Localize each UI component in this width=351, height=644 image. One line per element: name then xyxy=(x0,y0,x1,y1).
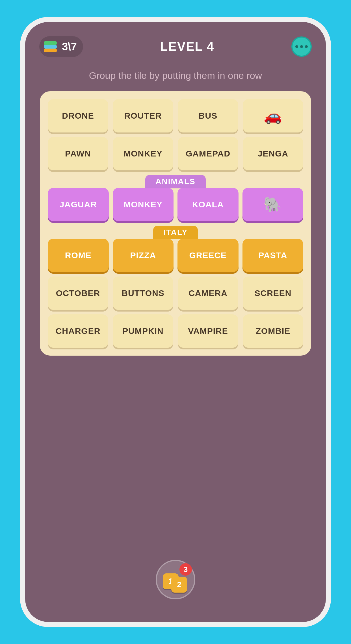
tile-camera[interactable]: CAMERA xyxy=(178,277,238,310)
tile-row-1: DRONE ROUTER BUS 🚗 xyxy=(48,99,303,132)
menu-button[interactable] xyxy=(291,36,312,57)
svg-rect-2 xyxy=(44,41,57,45)
svg-rect-0 xyxy=(44,49,57,52)
game-board: DRONE ROUTER BUS 🚗 PAWN MONKEY GAMEPAD xyxy=(40,91,311,356)
italy-row: ROME PIZZA GREECE PASTA xyxy=(48,239,303,272)
hint-button[interactable]: 1 2 3 xyxy=(156,560,195,599)
tile-greece[interactable]: GREECE xyxy=(177,239,239,272)
tile-jaguar[interactable]: JAGUAR xyxy=(48,188,109,221)
hint-badge: 3 xyxy=(179,563,192,576)
phone-frame: 3\7 LEVEL 4 Group the tile by putting th… xyxy=(20,17,331,627)
tile-monkey-normal[interactable]: MONKEY xyxy=(113,137,173,170)
tile-pasta[interactable]: PASTA xyxy=(242,239,304,272)
menu-dots xyxy=(295,45,308,48)
tile-pizza[interactable]: PIZZA xyxy=(113,239,174,272)
level-title: LEVEL 4 xyxy=(160,40,214,54)
score-badge: 3\7 xyxy=(39,36,83,57)
tile-row-2: PAWN MONKEY GAMEPAD JENGA xyxy=(48,137,303,170)
score-text: 3\7 xyxy=(62,41,77,53)
tile-buttons[interactable]: BUTTONS xyxy=(113,277,173,310)
tile-gamepad[interactable]: GAMEPAD xyxy=(178,137,238,170)
bottom-area: 1 2 3 xyxy=(25,356,326,622)
dot-2 xyxy=(300,45,303,48)
tile-router[interactable]: ROUTER xyxy=(113,99,173,132)
tile-vampire[interactable]: VAMPIRE xyxy=(178,314,238,348)
tile-rome[interactable]: ROME xyxy=(48,239,109,272)
tile-october[interactable]: OCTOBER xyxy=(48,277,108,310)
animals-row: JAGUAR MONKEY KOALA 🐘 xyxy=(48,188,303,221)
tile-monkey-purple[interactable]: MONKEY xyxy=(113,188,174,221)
tile-pawn[interactable]: PAWN xyxy=(48,137,108,170)
tile-pumpkin[interactable]: PUMPKIN xyxy=(113,314,173,348)
header: 3\7 LEVEL 4 xyxy=(25,22,326,66)
tile-zombie[interactable]: ZOMBIE xyxy=(243,314,303,348)
tile-jenga[interactable]: JENGA xyxy=(243,137,303,170)
elephant-icon: 🐘 xyxy=(263,196,282,213)
tile-car[interactable]: 🚗 xyxy=(243,99,303,132)
animals-label: ANIMALS xyxy=(145,175,206,188)
tile-charger[interactable]: CHARGER xyxy=(48,314,108,348)
svg-rect-1 xyxy=(44,45,57,49)
subtitle-text: Group the tile by putting them in one ro… xyxy=(72,66,279,91)
tile-row-5: OCTOBER BUTTONS CAMERA SCREEN xyxy=(48,277,303,310)
tile-bus[interactable]: BUS xyxy=(178,99,238,132)
italy-label: ITALY xyxy=(153,226,198,239)
layers-icon xyxy=(43,39,58,54)
italy-group: ITALY ROME PIZZA GREECE PASTA xyxy=(48,226,303,272)
animals-group: ANIMALS JAGUAR MONKEY KOALA 🐘 xyxy=(48,175,303,221)
car-icon: 🚗 xyxy=(264,107,282,125)
tile-row-6: CHARGER PUMPKIN VAMPIRE ZOMBIE xyxy=(48,314,303,348)
tile-koala[interactable]: KOALA xyxy=(177,188,239,221)
dot-1 xyxy=(295,45,298,48)
tile-drone[interactable]: DRONE xyxy=(48,99,108,132)
dot-3 xyxy=(305,45,308,48)
tile-elephant[interactable]: 🐘 xyxy=(242,188,304,221)
hint-tile-2: 2 xyxy=(171,577,187,593)
tile-screen[interactable]: SCREEN xyxy=(243,277,303,310)
